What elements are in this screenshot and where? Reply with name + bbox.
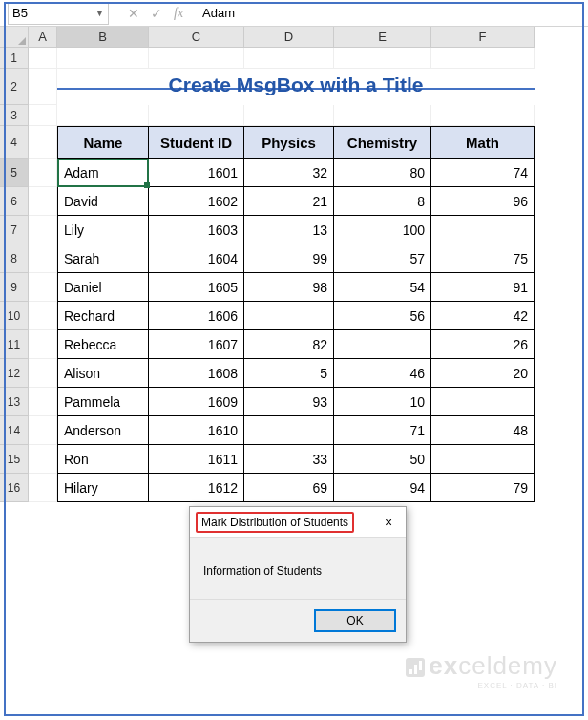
cell-id[interactable]: 1608	[149, 359, 244, 388]
cell-physics[interactable]	[244, 416, 334, 445]
enter-icon[interactable]: ✓	[151, 6, 162, 21]
cell-id[interactable]: 1612	[149, 474, 244, 502]
cell-name[interactable]: Sarah	[57, 244, 149, 273]
cell-name[interactable]: Rechard	[57, 302, 149, 330]
cell-chemistry[interactable]: 56	[334, 302, 431, 330]
row-header[interactable]: 10	[0, 302, 29, 330]
header-name[interactable]: Name	[57, 126, 149, 159]
cell-math[interactable]: 79	[431, 474, 535, 502]
cell-id[interactable]: 1611	[149, 445, 244, 474]
close-icon[interactable]: ×	[371, 515, 406, 530]
cell-chemistry[interactable]: 46	[334, 359, 431, 388]
cell-math[interactable]: 48	[431, 416, 535, 445]
header-physics[interactable]: Physics	[244, 126, 334, 159]
cell-id[interactable]: 1606	[149, 302, 244, 330]
cell-chemistry[interactable]: 80	[334, 159, 431, 187]
cell-physics[interactable]: 5	[244, 359, 334, 388]
msgbox-titlebar[interactable]: Mark Distribution of Students ×	[190, 507, 406, 538]
cell-id[interactable]: 1605	[149, 273, 244, 302]
row-header[interactable]: 6	[0, 187, 29, 216]
row-header[interactable]: 3	[0, 105, 29, 126]
cell-chemistry[interactable]: 50	[334, 445, 431, 474]
row-header[interactable]: 15	[0, 445, 29, 474]
row-header[interactable]: 14	[0, 416, 29, 445]
cell-physics[interactable]: 93	[244, 388, 334, 416]
header-id[interactable]: Student ID	[149, 126, 244, 159]
cell-id[interactable]: 1607	[149, 330, 244, 359]
cell-physics[interactable]: 13	[244, 216, 334, 244]
cell-math[interactable]: 91	[431, 273, 535, 302]
cell-name[interactable]: Pammela	[57, 388, 149, 416]
cell-name[interactable]: Ron	[57, 445, 149, 474]
row-header[interactable]: 2	[0, 69, 29, 105]
cell-physics[interactable]	[244, 302, 334, 330]
cell-physics[interactable]: 33	[244, 445, 334, 474]
cell-math[interactable]: 74	[431, 159, 535, 187]
cell-chemistry[interactable]: 94	[334, 474, 431, 502]
cell-physics[interactable]: 69	[244, 474, 334, 502]
cell-id[interactable]: 1604	[149, 244, 244, 273]
cell-physics[interactable]: 21	[244, 187, 334, 216]
cell-name[interactable]: Daniel	[57, 273, 149, 302]
cell-name[interactable]: Anderson	[57, 416, 149, 445]
cell-math[interactable]: 75	[431, 244, 535, 273]
cell-id[interactable]: 1601	[149, 159, 244, 187]
header-chemistry[interactable]: Chemistry	[334, 126, 431, 159]
cell-math[interactable]: 96	[431, 187, 535, 216]
cell-physics[interactable]: 82	[244, 330, 334, 359]
row-header[interactable]: 16	[0, 474, 29, 502]
cell-physics[interactable]: 99	[244, 244, 334, 273]
select-all-corner[interactable]	[0, 27, 29, 48]
cell-name[interactable]: Lily	[57, 216, 149, 244]
col-header-e[interactable]: E	[334, 27, 431, 48]
cancel-icon[interactable]: ✕	[128, 6, 139, 21]
header-math[interactable]: Math	[431, 126, 535, 159]
cell-id[interactable]: 1609	[149, 388, 244, 416]
cell-name[interactable]: Rebecca	[57, 330, 149, 359]
watermark: exceldemy EXCEL · DATA · BI	[406, 651, 557, 689]
cell-math[interactable]	[431, 388, 535, 416]
row-header[interactable]: 12	[0, 359, 29, 388]
cell-physics[interactable]: 98	[244, 273, 334, 302]
ok-button[interactable]: OK	[314, 609, 396, 632]
col-header-d[interactable]: D	[244, 27, 334, 48]
row-header[interactable]: 8	[0, 244, 29, 273]
cell-name[interactable]: Hilary	[57, 474, 149, 502]
cell-math[interactable]: 42	[431, 302, 535, 330]
cell-id[interactable]: 1603	[149, 216, 244, 244]
cell-chemistry[interactable]: 10	[334, 388, 431, 416]
cell-id[interactable]: 1602	[149, 187, 244, 216]
fx-icon[interactable]: fx	[174, 6, 183, 21]
cell-chemistry[interactable]: 100	[334, 216, 431, 244]
cell-name[interactable]: David	[57, 187, 149, 216]
col-header-b[interactable]: B	[57, 27, 149, 48]
cell-chemistry[interactable]: 71	[334, 416, 431, 445]
row-header[interactable]: 7	[0, 216, 29, 244]
row-header[interactable]: 5	[0, 159, 29, 187]
cell-math[interactable]	[431, 216, 535, 244]
cell-chemistry[interactable]: 54	[334, 273, 431, 302]
row-header[interactable]: 1	[0, 48, 29, 69]
cell-name[interactable]: Adam	[57, 159, 149, 187]
row-header[interactable]: 11	[0, 330, 29, 359]
name-box[interactable]: B5 ▼	[8, 2, 109, 25]
col-header-c[interactable]: C	[149, 27, 244, 48]
cell-chemistry[interactable]: 8	[334, 187, 431, 216]
dropdown-icon[interactable]: ▼	[95, 9, 104, 18]
cell-chemistry[interactable]: 57	[334, 244, 431, 273]
col-header-f[interactable]: F	[431, 27, 535, 48]
row-headers: 1 2 3 4 5 6 7 8 9 10 11 12 13 14 15 16	[0, 48, 29, 502]
cell-name[interactable]: Alison	[57, 359, 149, 388]
row-header[interactable]: 13	[0, 388, 29, 416]
sheet-title[interactable]: Create MsgBox with a Title	[57, 69, 535, 90]
cell-math[interactable]: 20	[431, 359, 535, 388]
cell-math[interactable]: 26	[431, 330, 535, 359]
row-header[interactable]: 9	[0, 273, 29, 302]
cell-math[interactable]	[431, 445, 535, 474]
row-header[interactable]: 4	[0, 126, 29, 159]
cell-physics[interactable]: 32	[244, 159, 334, 187]
cell-chemistry[interactable]	[334, 330, 431, 359]
formula-input[interactable]: Adam	[202, 6, 235, 20]
cell-id[interactable]: 1610	[149, 416, 244, 445]
col-header-a[interactable]: A	[29, 27, 57, 48]
